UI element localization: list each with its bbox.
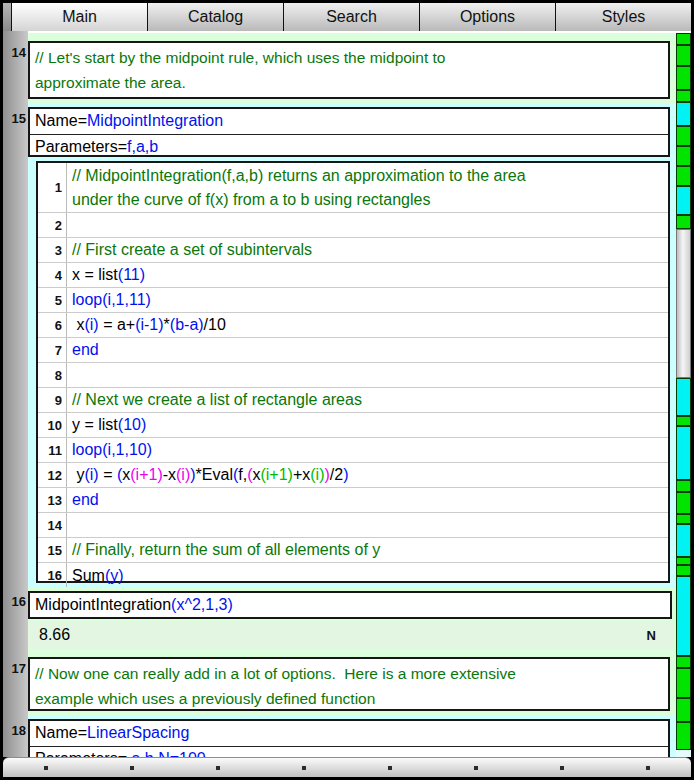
minimap-segment[interactable] — [676, 90, 691, 102]
minimap-segment[interactable] — [676, 524, 691, 557]
code-line[interactable]: 11loop(i,1,10) — [38, 438, 668, 463]
name-row[interactable]: Name=MidpointIntegration — [30, 109, 668, 135]
tab-options[interactable]: Options — [420, 3, 556, 31]
entry-row-number: 16 — [4, 594, 26, 609]
tab-styles[interactable]: Styles — [556, 3, 691, 31]
minimap-segment[interactable] — [676, 102, 691, 126]
code-token: (b-a) — [170, 313, 204, 337]
code-token: /2 — [330, 463, 343, 487]
minimap-segment[interactable] — [676, 722, 691, 750]
minimap-segment[interactable] — [676, 126, 691, 146]
tab-search[interactable]: Search — [284, 3, 420, 31]
entry-row-number: 14 — [4, 45, 26, 60]
minimap-segment[interactable] — [676, 166, 691, 186]
minimap-segment[interactable] — [676, 576, 691, 656]
toolbar-dot-cell — [3, 766, 89, 770]
code-line[interactable]: 14 — [38, 513, 668, 538]
name-parameters-box[interactable]: Name=LinearSpacing Parameters= a,b,N=100 — [28, 719, 670, 757]
code-text: end — [67, 338, 668, 362]
tab-catalog[interactable]: Catalog — [148, 3, 284, 31]
code-token: end — [72, 488, 99, 512]
minimap-segment[interactable] — [676, 492, 691, 514]
scrollbar-thumb[interactable] — [676, 229, 691, 378]
minimap-segment[interactable] — [676, 480, 691, 492]
line-number: 10 — [38, 413, 67, 437]
minimap-segment[interactable] — [676, 146, 691, 166]
bottom-toolbar[interactable] — [3, 757, 691, 777]
code-line[interactable]: 5loop(i,1,11) — [38, 288, 668, 313]
code-line[interactable]: 10y = list(10) — [38, 413, 668, 438]
code-line[interactable]: 12 y(i) = (x(i+1)-x(i))*Eval(f,(x(i+1)+x… — [38, 463, 668, 488]
minimap-segment[interactable] — [676, 426, 691, 480]
parameters-label: Parameters= — [35, 138, 127, 155]
code-token: (i+1) — [260, 463, 292, 487]
toolbar-dot-cell — [261, 766, 347, 770]
code-line[interactable]: 8 — [38, 363, 668, 388]
code-line[interactable]: 2 — [38, 213, 668, 238]
parameters-value: a,b,N=100 — [131, 750, 205, 757]
name-parameters-box[interactable]: Name=MidpointIntegration Parameters=f,a,… — [28, 107, 670, 157]
code-text: // First create a set of subintervals — [67, 238, 668, 262]
comment-box[interactable]: // Now one can really add in a lot of op… — [28, 657, 670, 711]
code-line[interactable]: 4x = list(11) — [38, 263, 668, 288]
comment-box[interactable]: // Let's start by the midpoint rule, whi… — [28, 41, 670, 99]
minimap-segment[interactable] — [676, 656, 691, 668]
app-window: MainCatalogSearchOptionsStyles 141516171… — [0, 0, 694, 780]
line-number: 1 — [38, 163, 67, 212]
code-text: end — [67, 488, 668, 512]
tab-bar-stub — [3, 3, 12, 31]
name-label: Name= — [35, 724, 87, 741]
parameters-row[interactable]: Parameters=f,a,b — [30, 135, 668, 160]
toolbar-dot-cell — [605, 766, 691, 770]
result-area[interactable]: 8.66 N — [28, 621, 674, 649]
toolbar-dot — [44, 766, 48, 770]
code-line[interactable]: 15// Finally, return the sum of all elem… — [38, 538, 668, 563]
code-token: Sum — [72, 564, 105, 588]
line-number: 13 — [38, 488, 67, 512]
name-row[interactable]: Name=LinearSpacing — [30, 721, 668, 747]
code-line[interactable]: 6 x(i) = a+(i-1)*(b-a)/10 — [38, 313, 668, 338]
entry-row-number: 17 — [4, 661, 26, 676]
minimap-segment[interactable] — [676, 45, 691, 66]
code-line[interactable]: 3// First create a set of subintervals — [38, 238, 668, 263]
code-token: (i) — [176, 463, 190, 487]
code-text: loop(i,1,10) — [67, 438, 668, 462]
minimap-segment[interactable] — [676, 565, 691, 576]
code-token: end — [72, 338, 99, 362]
minimap-segment[interactable] — [676, 668, 691, 698]
code-token: // Next we create a list of rectangle ar… — [72, 388, 362, 412]
entry-15: Name=MidpointIntegration Parameters=f,a,… — [28, 103, 676, 587]
code-token: f, — [238, 463, 247, 487]
minimap-scrollbar[interactable] — [676, 31, 691, 757]
minimap-segment[interactable] — [676, 514, 691, 524]
entry-16: MidpointIntegration(x^2,1,3) 8.66 N — [28, 587, 676, 653]
code-token: x = list — [72, 263, 118, 287]
minimap-segment[interactable] — [676, 378, 691, 416]
minimap-segment[interactable] — [676, 33, 691, 45]
code-line[interactable]: 7end — [38, 338, 668, 363]
parameters-value: f,a,b — [127, 138, 158, 155]
code-text: // Next we create a list of rectangle ar… — [67, 388, 668, 412]
minimap-segment[interactable] — [676, 698, 691, 722]
code-token: (i+1) — [130, 463, 162, 487]
line-number: 8 — [38, 363, 67, 387]
minimap-segment[interactable] — [676, 416, 691, 426]
code-line[interactable]: 13end — [38, 488, 668, 513]
code-token: (i) — [310, 463, 324, 487]
code-line[interactable]: 1// MidpointIntegration(f,a,b) returns a… — [38, 163, 668, 213]
tab-main[interactable]: Main — [12, 3, 148, 31]
minimap-segment[interactable] — [676, 215, 691, 229]
minimap-segment[interactable] — [676, 66, 691, 90]
code-line[interactable]: 16Sum(y) — [38, 563, 668, 587]
expression-input-box[interactable]: MidpointIntegration(x^2,1,3) — [28, 591, 672, 619]
code-editor[interactable]: 1// MidpointIntegration(f,a,b) returns a… — [36, 161, 670, 583]
code-text: y = list(10) — [67, 413, 668, 437]
code-token: /10 — [204, 313, 226, 337]
parameters-row[interactable]: Parameters= a,b,N=100 — [30, 747, 668, 757]
entry-row-number: 15 — [4, 111, 26, 126]
minimap-segment[interactable] — [676, 186, 691, 215]
minimap-segment[interactable] — [676, 557, 691, 565]
code-line[interactable]: 9// Next we create a list of rectangle a… — [38, 388, 668, 413]
code-token: // First create a set of subintervals — [72, 238, 312, 262]
code-token: (i-1) — [135, 313, 163, 337]
